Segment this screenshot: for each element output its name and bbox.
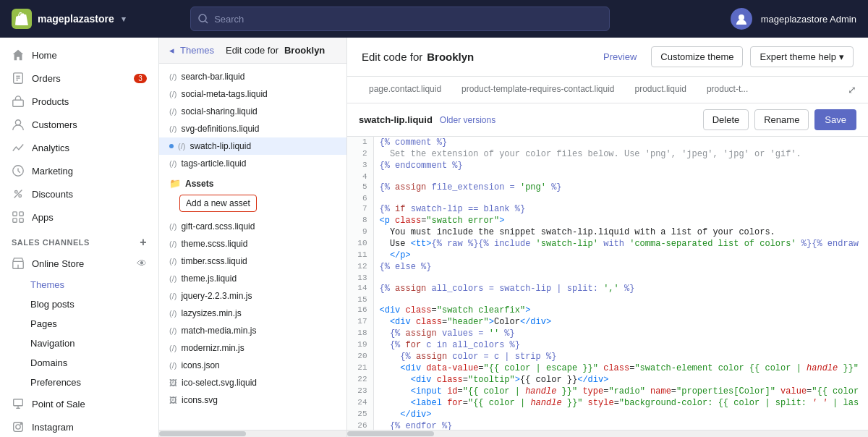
file-lazysizes[interactable]: (/) lazysizes.min.js — [159, 305, 346, 322]
search-input[interactable] — [214, 14, 602, 25]
admin-avatar — [731, 8, 752, 30]
line-number: 22 — [347, 374, 373, 386]
sidebar-item-analytics[interactable]: Analytics — [0, 136, 158, 159]
file-icons-svg[interactable]: 🖼 icons.svg — [159, 391, 346, 409]
tab-product-template[interactable]: product-template-requires-contact.liquid — [451, 77, 624, 103]
tab-expand-icon[interactable]: ⤢ — [848, 84, 856, 96]
sub-item-blog[interactable]: Blog posts — [0, 294, 158, 314]
store-logo[interactable]: mageplazastore ▾ — [12, 9, 126, 29]
online-store-label: Online Store — [32, 258, 129, 269]
sidebar-item-home[interactable]: Home — [0, 43, 158, 67]
eye-icon[interactable]: 👁 — [137, 258, 147, 269]
sub-item-navigation[interactable]: Navigation — [0, 334, 158, 353]
table-row: 21 <div data-value="{{ color | escape }}… — [347, 362, 868, 374]
add-asset-button[interactable]: Add a new asset — [179, 195, 257, 212]
sidebar-label-orders: Orders — [32, 73, 127, 84]
table-row: 19 {% for c in all_colors %} — [347, 339, 868, 351]
file-match-media[interactable]: (/) match-media.min.js — [159, 322, 346, 339]
tab-product[interactable]: product.liquid — [625, 77, 697, 103]
domains-label: Domains — [30, 357, 67, 368]
table-row: 20 {% assign color = c | strip %} — [347, 351, 868, 362]
file-explorer: ◂ Themes Edit code for Brooklyn (/) sear… — [159, 38, 347, 437]
svg-point-23 — [16, 425, 20, 429]
folder-icon: 📁 — [169, 178, 181, 189]
file-liquid-icon: (/) — [169, 257, 176, 266]
svg-point-10 — [15, 191, 18, 194]
line-content: <div class="swatch clearfix"> — [373, 305, 868, 316]
editor-scrollbar-h[interactable] — [347, 430, 868, 437]
sidebar-item-marketing[interactable]: Marketing — [0, 159, 158, 182]
table-row: 5{% assign file_extension = 'png' %} — [347, 182, 868, 193]
table-row: 2 Set the extension of your color files … — [347, 148, 868, 160]
themes-label: Themes — [30, 279, 64, 290]
search-bar[interactable] — [190, 7, 610, 31]
active-file-dot — [169, 144, 174, 148]
apps-icon — [12, 211, 25, 224]
file-modernizr[interactable]: (/) modernizr.min.js — [159, 339, 346, 357]
sidebar-item-pos[interactable]: Point of Sale — [0, 392, 158, 415]
line-content: {% assign file_extension = 'png' %} — [373, 182, 868, 193]
line-content: <div class="tooltip">{{ color }}</div> — [373, 374, 868, 386]
line-number: 6 — [347, 193, 373, 203]
file-search-bar[interactable]: (/) search-bar.liquid — [159, 68, 346, 85]
file-tags-article[interactable]: (/) tags-article.liquid — [159, 155, 346, 172]
customize-theme-button[interactable]: Customize theme — [651, 46, 743, 67]
products-icon — [12, 95, 25, 108]
breadcrumb-back[interactable]: ◂ — [169, 45, 174, 56]
tab-product-t[interactable]: product-t... — [697, 77, 758, 103]
tab-page-contact[interactable]: page.contact.liquid — [359, 77, 451, 103]
line-number: 2 — [347, 148, 373, 160]
delete-button[interactable]: Delete — [703, 109, 749, 130]
sidebar-item-orders[interactable]: Orders 3 — [0, 67, 158, 90]
file-social-sharing[interactable]: (/) social-sharing.liquid — [159, 103, 346, 120]
file-timber-scss[interactable]: (/) timber.scss.liquid — [159, 253, 346, 270]
sidebar-item-apps[interactable]: Apps — [0, 205, 158, 229]
store-name-label: mageplazastore — [38, 13, 114, 25]
older-versions-link[interactable]: Older versions — [440, 115, 495, 125]
file-social-meta[interactable]: (/) social-meta-tags.liquid — [159, 85, 346, 103]
theme-header: Edit code for Brooklyn Preview Customize… — [347, 38, 868, 77]
sub-item-pages[interactable]: Pages — [0, 314, 158, 334]
line-number: 16 — [347, 305, 373, 316]
sidebar-item-customers[interactable]: Customers — [0, 113, 158, 136]
sidebar-item-discounts[interactable]: Discounts — [0, 182, 158, 205]
file-svg-definitions[interactable]: (/) svg-definitions.liquid — [159, 120, 346, 137]
table-row: 22 <div class="tooltip">{{ color }}</div… — [347, 374, 868, 386]
svg-point-8 — [15, 120, 20, 125]
file-icons-json[interactable]: (/) icons.json — [159, 357, 346, 374]
svg-point-24 — [20, 423, 21, 424]
file-ico-select[interactable]: 🖼 ico-select.svg.liquid — [159, 374, 346, 391]
file-list-scrollbar[interactable] — [159, 430, 346, 437]
sub-item-themes[interactable]: Themes — [0, 275, 158, 294]
file-liquid-icon: (/) — [169, 222, 176, 231]
edit-code-label: Edit code for — [226, 45, 278, 56]
sidebar-item-online-store[interactable]: Online Store 👁 — [0, 252, 158, 275]
file-swatch-lip[interactable]: (/) swatch-lip.liquid — [159, 137, 346, 155]
code-editor[interactable]: 1{% comment %}2 Set the extension of you… — [347, 137, 868, 430]
line-content — [373, 193, 868, 203]
line-content: Use <tt>{% raw %}{% include 'swatch-lip'… — [373, 238, 868, 250]
svg-rect-15 — [13, 218, 17, 222]
theme-name-label: Brooklyn — [284, 45, 325, 56]
add-sales-channel-icon[interactable]: + — [140, 236, 147, 249]
line-number: 5 — [347, 182, 373, 193]
sub-item-preferences[interactable]: Preferences — [0, 373, 158, 392]
save-button[interactable]: Save — [814, 109, 856, 130]
rename-button[interactable]: Rename — [754, 109, 809, 130]
sub-item-domains[interactable]: Domains — [0, 353, 158, 373]
expert-help-button[interactable]: Expert theme help ▾ — [750, 46, 854, 67]
scrollbar-thumb — [159, 431, 246, 436]
file-theme-scss[interactable]: (/) theme.scss.liquid — [159, 235, 346, 253]
file-jquery[interactable]: (/) jquery-2.2.3.min.js — [159, 287, 346, 305]
file-json-icon: (/) — [169, 361, 176, 370]
sidebar-label-analytics: Analytics — [32, 143, 147, 153]
file-theme-js[interactable]: (/) theme.js.liquid — [159, 270, 346, 287]
line-number: 8 — [347, 215, 373, 226]
sidebar-item-instagram[interactable]: Instagram — [0, 415, 158, 437]
sidebar-item-products[interactable]: Products — [0, 90, 158, 113]
breadcrumb-themes[interactable]: Themes — [180, 45, 214, 56]
file-gift-card[interactable]: (/) gift-card.scss.liquid — [159, 218, 346, 235]
table-row: 12{% else %} — [347, 261, 868, 273]
line-number: 10 — [347, 238, 373, 250]
preview-button[interactable]: Preview — [596, 47, 644, 67]
